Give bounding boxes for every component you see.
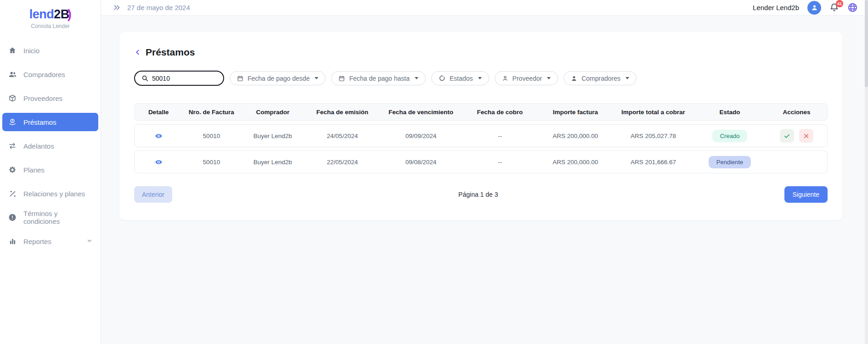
sidebar-item-label: Planes: [23, 166, 45, 174]
sidebar-item-label: Relaciones y planes: [23, 190, 85, 198]
buyers-icon: [8, 70, 17, 79]
filter-fecha-pago-hasta[interactable]: Fecha de pago hasta: [331, 71, 426, 85]
main-area: 27 de mayo de 2024 Lender Lend2b 41 Prés…: [101, 0, 868, 344]
sidebar-item-compradores[interactable]: Compradores: [2, 65, 98, 83]
topbar: 27 de mayo de 2024 Lender Lend2b 41: [101, 0, 868, 16]
sidebar: lend2B) Consola Lender Inicio Compradore…: [0, 0, 101, 344]
sidebar-item-terminos[interactable]: Términos y condiciones: [2, 208, 98, 227]
cell-total-amount: ARS 205,027.78: [613, 133, 693, 139]
sidebar-item-proveedores[interactable]: Proveedores: [2, 89, 98, 107]
sidebar-item-label: Proveedores: [23, 94, 62, 102]
col-header-estado: Estado: [693, 109, 766, 116]
cell-invoice-amount: ARS 200,000.00: [538, 133, 613, 139]
notifications-button[interactable]: 41: [829, 3, 839, 12]
sidebar-item-relaciones[interactable]: Relaciones y planes: [2, 184, 98, 203]
loans-icon: [8, 117, 17, 127]
sidebar-item-adelantos[interactable]: Adelantos: [2, 137, 98, 155]
check-icon: [783, 133, 790, 139]
user-avatar[interactable]: [807, 1, 821, 15]
filter-estados[interactable]: Estados: [431, 71, 489, 85]
status-circle-icon: [439, 75, 445, 82]
language-globe-button[interactable]: [847, 2, 858, 13]
sidebar-collapse-icon[interactable]: [113, 4, 121, 11]
brand-wordmark: lend2B): [0, 7, 101, 22]
filters-row: Fecha de pago desde Fecha de pago hasta …: [134, 71, 828, 86]
cell-invoice: 50010: [182, 133, 241, 139]
view-detail-button[interactable]: [155, 132, 163, 140]
filter-label: Fecha de pago desde: [248, 75, 310, 82]
cell-buyer: Buyer Lend2b: [241, 159, 305, 166]
cell-total-amount: ARS 201,666.67: [613, 159, 693, 166]
sidebar-item-label: Inicio: [23, 47, 39, 55]
caret-down-icon: [478, 77, 482, 79]
reports-icon: [8, 237, 17, 246]
sidebar-item-prestamos[interactable]: Préstamos: [2, 113, 98, 131]
status-badge: Creado: [712, 130, 748, 142]
approve-button[interactable]: [780, 129, 794, 143]
caret-down-icon: [626, 77, 629, 79]
user-name: Lender Lend2b: [753, 4, 799, 11]
scrollbar-thumb[interactable]: [865, 0, 868, 87]
brand-name-primary: lend: [29, 7, 54, 21]
calendar-icon: [237, 75, 243, 82]
col-header-detalle: Detalle: [135, 109, 182, 116]
page-title: Préstamos: [146, 47, 195, 58]
filter-compradores[interactable]: Compradores: [564, 71, 637, 85]
col-header-importe: Importe factura: [538, 109, 613, 116]
col-header-emision: Fecha de emisión: [305, 109, 380, 116]
filter-proveedor[interactable]: Proveedor: [495, 71, 558, 85]
previous-page-button[interactable]: Anterior: [134, 186, 172, 203]
col-header-comprador: Comprador: [241, 109, 305, 116]
cell-invoice: 50010: [182, 159, 241, 166]
relations-icon: [8, 189, 17, 198]
cell-invoice-amount: ARS 200,000.00: [538, 159, 613, 166]
chevron-down-icon: [86, 238, 93, 245]
filter-label: Proveedor: [513, 75, 542, 82]
filter-label: Compradores: [581, 75, 620, 82]
cell-collection-date: --: [462, 133, 537, 139]
sidebar-item-planes[interactable]: Planes: [2, 161, 98, 179]
search-icon: [141, 75, 148, 82]
back-chevron-icon[interactable]: [134, 49, 141, 56]
suppliers-icon: [8, 94, 17, 103]
supplier-person-icon: [502, 75, 508, 82]
caret-down-icon: [415, 77, 418, 79]
loans-card: Préstamos Fecha de pago desde: [119, 32, 842, 220]
status-badge: Pendiente: [709, 156, 751, 168]
sidebar-item-reportes[interactable]: Reportes: [2, 232, 98, 250]
filter-label: Fecha de pago hasta: [349, 75, 410, 82]
sidebar-item-label: Compradores: [23, 71, 65, 78]
table-header-row: Detalle Nro. de Factura Comprador Fecha …: [134, 103, 828, 121]
page-scrollbar[interactable]: [865, 0, 868, 344]
plans-icon: [8, 165, 17, 174]
reject-button[interactable]: [799, 129, 813, 143]
search-input[interactable]: [152, 75, 207, 82]
search-box[interactable]: [134, 71, 224, 86]
close-icon: [803, 133, 809, 139]
page-info: Página 1 de 3: [172, 191, 784, 198]
cell-due-date: 09/09/2024: [380, 133, 462, 139]
caret-down-icon: [547, 77, 551, 79]
col-header-factura: Nro. de Factura: [182, 109, 241, 116]
table-row: 50010 Buyer Lend2b 24/05/2024 09/09/2024…: [134, 124, 828, 147]
page-title-row: Préstamos: [134, 47, 828, 58]
sidebar-item-label: Préstamos: [23, 118, 56, 126]
sidebar-item-inicio[interactable]: Inicio: [2, 41, 98, 60]
home-icon: [8, 46, 17, 55]
calendar-icon: [338, 75, 345, 82]
caret-down-icon: [315, 77, 318, 79]
filter-label: Estados: [450, 75, 473, 82]
col-header-total: Importe total a cobrar: [613, 109, 693, 116]
col-header-cobro: Fecha de cobro: [462, 109, 537, 116]
cell-issue-date: 24/05/2024: [305, 133, 380, 139]
cell-buyer: Buyer Lend2b: [241, 133, 305, 139]
cell-collection-date: --: [462, 159, 537, 166]
filter-fecha-pago-desde[interactable]: Fecha de pago desde: [230, 71, 326, 85]
view-detail-button[interactable]: [155, 158, 163, 166]
buyer-person-icon: [571, 75, 577, 82]
globe-icon: [847, 2, 858, 13]
next-page-button[interactable]: Siguiente: [784, 186, 828, 203]
brand-subtitle: Consola Lender: [0, 23, 101, 29]
col-header-acciones: Acciones: [766, 109, 827, 116]
sidebar-nav: Inicio Compradores Proveedores Préstamos…: [0, 41, 101, 250]
